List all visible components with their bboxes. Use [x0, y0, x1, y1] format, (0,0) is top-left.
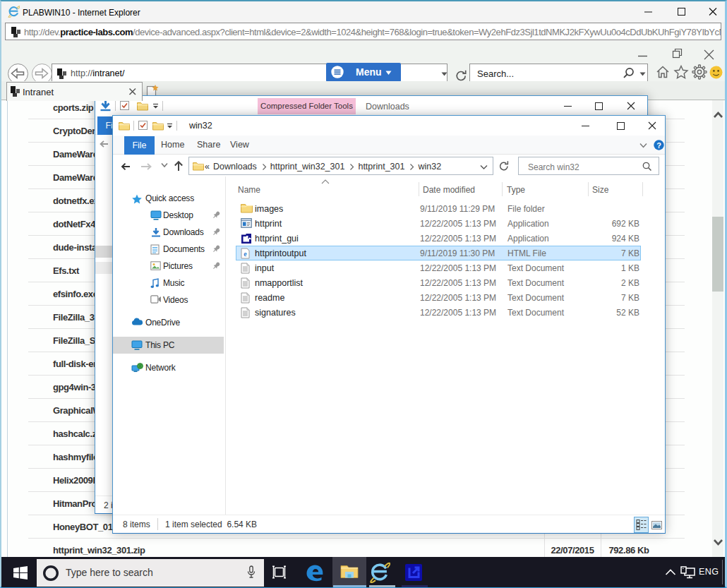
svg-text:e: e: [244, 250, 247, 258]
svg-text:?: ?: [656, 141, 661, 150]
